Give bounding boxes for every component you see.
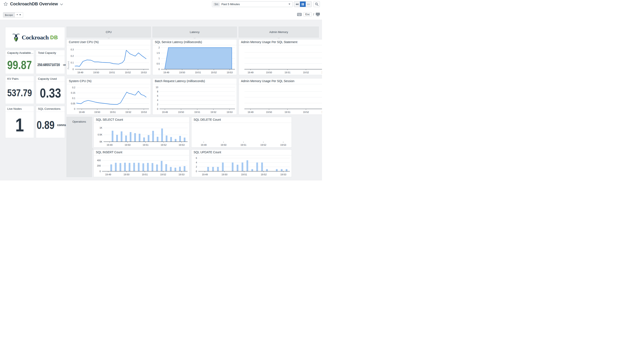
metric-title: Capacity Used [36, 76, 65, 82]
top-bar: CockroachDB Overview 5m Past 5 Minutes [0, 0, 322, 20]
chart-title: Current User CPU (%) [67, 40, 151, 45]
metric-title: SQL Connections [36, 106, 65, 112]
metric-title: KV Pairs [5, 76, 34, 82]
svg-text:10: 10 [156, 86, 158, 88]
sql-update-count-chart[interactable]: 024619:4919:5019:5119:5219:53 [192, 156, 292, 177]
svg-text:0: 0 [72, 68, 74, 70]
svg-text:19:53: 19:53 [141, 71, 147, 74]
section-label: Latency [190, 30, 200, 34]
svg-text:19:52: 19:52 [303, 111, 309, 114]
svg-text:8: 8 [157, 90, 158, 93]
logo-card: Cockroach DB [5, 27, 65, 48]
zoom-out-button[interactable] [314, 1, 320, 7]
forward-button[interactable] [306, 2, 312, 7]
time-range-badge: 5m [213, 2, 220, 6]
section-header-cpu[interactable]: CPU [66, 26, 151, 38]
svg-text:19:49: 19:49 [162, 111, 168, 114]
metric-card-capacity-used[interactable]: Capacity Used 0.33 [36, 76, 65, 104]
svg-text:0K: 0K [100, 140, 102, 143]
metric-card-capacity-available[interactable]: Capacity Available... 99.87 [5, 50, 34, 74]
slash-separator: / [313, 13, 314, 16]
svg-text:19:52: 19:52 [260, 144, 266, 146]
chart-title: Batch Request Latency (milliseconds) [153, 78, 237, 84]
svg-text:19:53: 19:53 [280, 144, 286, 146]
svg-text:19:52: 19:52 [211, 71, 217, 74]
batch-request-latency-chart[interactable]: 024681019:4919:5019:5119:5219:53 [153, 84, 237, 114]
sql-service-latency-chart[interactable]: 00.511.5219:4919:5019:5119:5219:53 [153, 45, 237, 75]
svg-text:0.1: 0.1 [70, 61, 74, 64]
svg-text:19:49: 19:49 [163, 71, 169, 74]
section-header-latency[interactable]: Latency [152, 26, 237, 38]
scope-template-variable[interactable]: $scope * [3, 12, 23, 18]
system-cpu-chart[interactable]: 00.050.10.150.219:4919:5019:5119:5219:53 [67, 84, 151, 114]
sql-delete-count-chart[interactable]: 19:4919:5019:5119:5219:53 [192, 123, 292, 147]
y-axis-label: Percent [67, 45, 70, 69]
chart-card-system-cpu: System CPU (%) 00.050.10.150.219:4919:50… [66, 78, 151, 115]
time-range-label: Past 5 Minutes [222, 2, 240, 6]
pause-button[interactable] [300, 2, 306, 7]
svg-text:19:53: 19:53 [322, 111, 322, 114]
svg-text:0.2: 0.2 [72, 86, 75, 89]
metric-value: 1 [15, 114, 24, 136]
section-header-operations[interactable]: Operations [66, 117, 92, 177]
section-header-admin-memory[interactable]: Admin Memory [238, 26, 319, 38]
star-icon[interactable] [4, 2, 8, 6]
metric-unit: conns [57, 123, 66, 127]
svg-text:19:53: 19:53 [322, 71, 322, 74]
timeline-controls [294, 1, 312, 7]
svg-text:0.15: 0.15 [71, 92, 76, 94]
rewind-button[interactable] [294, 2, 300, 7]
svg-text:19:49: 19:49 [202, 173, 208, 176]
chart-card-sql-update-count: SQL UPDATE Count 024619:4919:5019:5119:5… [191, 150, 292, 177]
svg-text:6: 6 [196, 157, 197, 159]
admin-memory-session-chart[interactable]: 19:4919:5019:5119:5219:53 [239, 84, 322, 114]
time-range-selector[interactable]: 5m Past 5 Minutes [212, 1, 293, 7]
metric-card-sql-connections[interactable]: SQL Connections 0.89 conns [36, 106, 65, 138]
metric-value: 99.87 [7, 58, 32, 72]
svg-text:0: 0 [74, 108, 75, 110]
sql-select-count-chart[interactable]: 0K0.5K1K19:4919:5019:5119:5219:53 [94, 123, 189, 147]
esc-button[interactable]: Esc [303, 12, 312, 16]
chart-card-sql-insert-count: SQL INSERT Count 020040019:4919:5019:511… [94, 150, 190, 177]
monitor-icon[interactable] [316, 12, 320, 16]
metric-title: Capacity Available... [5, 50, 34, 56]
current-user-cpu-chart[interactable]: 00.10.20.319:4919:5019:5119:5219:53 [67, 45, 151, 75]
scope-value: * [17, 14, 18, 16]
svg-text:19:51: 19:51 [241, 173, 247, 176]
scope-value-dropdown[interactable]: * [15, 12, 23, 17]
svg-text:19:49: 19:49 [248, 71, 254, 74]
svg-text:19:51: 19:51 [194, 111, 200, 114]
metric-value: 537.79 [7, 87, 32, 98]
sql-insert-count-chart[interactable]: 020040019:4919:5019:5119:5219:53 [94, 156, 189, 177]
svg-text:19:51: 19:51 [142, 144, 148, 146]
chart-title: Admin Memory Usage Per SQL Session [239, 78, 322, 84]
chevron-down-icon[interactable] [60, 4, 63, 5]
chart-title: Admin Memory Usage Per SQL Statement [239, 40, 322, 45]
svg-text:19:53: 19:53 [280, 173, 286, 176]
logo-db: DB [50, 34, 58, 40]
chart-title: SQL DELETE Count [192, 117, 292, 123]
svg-text:19:51: 19:51 [109, 71, 115, 74]
svg-text:19:51: 19:51 [142, 173, 148, 176]
metric-unit: GB [63, 64, 66, 66]
chart-card-batch-request-latency: Batch Request Latency (milliseconds) 024… [152, 78, 237, 115]
svg-text:19:50: 19:50 [220, 144, 226, 146]
svg-text:19:50: 19:50 [266, 71, 272, 74]
section-label: CPU [106, 30, 112, 34]
dashboard: CockroachDB Overview 5m Past 5 Minutes [0, 0, 322, 180]
metric-card-kv-pairs[interactable]: KV Pairs 537.79 [5, 76, 34, 104]
svg-text:19:52: 19:52 [126, 111, 132, 114]
admin-memory-statement-chart[interactable]: 19:4919:5019:5119:5219:53 [239, 45, 322, 75]
svg-text:1: 1 [158, 57, 160, 60]
svg-text:400: 400 [97, 159, 101, 162]
chart-card-sql-service-latency: SQL Service Latency (milliseconds) 00.51… [152, 39, 237, 75]
logo-word: Cockroach [22, 34, 49, 41]
metric-card-total-capacity[interactable]: Total Capacity 250.6855710720 GB [36, 50, 65, 74]
chart-card-current-user-cpu: Current User CPU (%) 00.10.20.319:4919:5… [66, 39, 151, 75]
svg-text:19:52: 19:52 [261, 173, 267, 176]
title-row: CockroachDB Overview [4, 2, 63, 6]
svg-text:0: 0 [100, 170, 101, 172]
metric-card-live-nodes[interactable]: Live Nodes 1 [5, 106, 34, 138]
svg-text:19:50: 19:50 [94, 111, 100, 114]
chart-title: SQL INSERT Count [94, 150, 189, 156]
